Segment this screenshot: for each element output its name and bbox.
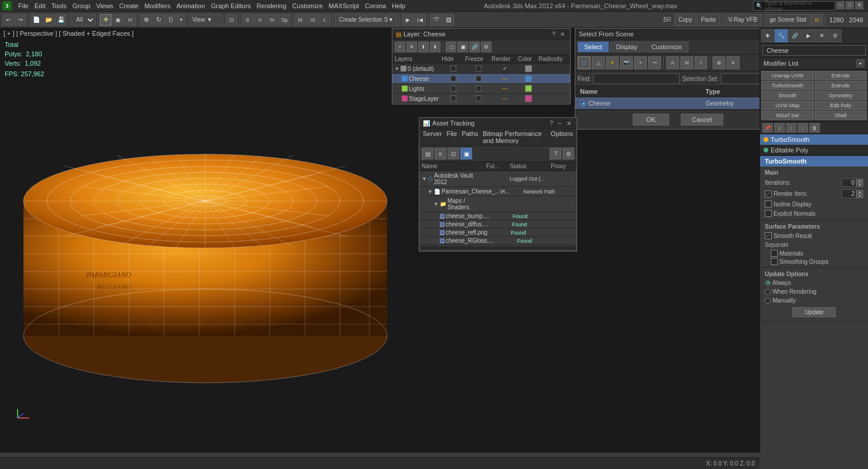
asset-menu-bitmap[interactable]: Bitmap Performance and Memory [483,130,546,144]
layer-manager-btn[interactable]: L [319,14,331,26]
menu-file[interactable]: File [15,2,32,10]
unwrap-uvw-btn[interactable]: Unwrap UVW [761,71,814,80]
nsurf-set-btn[interactable]: NSurf Set [761,111,814,120]
sel-icon-spacewarp[interactable]: 〜 [648,56,661,69]
menu-edit[interactable]: Edit [32,2,49,10]
layer-tool-6[interactable]: ◼ [457,42,468,52]
asset-row-refl[interactable]: 🖼 cheese_refl.png Found [419,229,577,237]
sel-icon-lights[interactable]: ☀ [606,56,619,69]
asset-row-vault[interactable]: ▼ ⬡ Autodesk Vault 2012 Logged Out (... [419,171,577,187]
menu-graph-editors[interactable]: Graph Editors [208,2,254,10]
shell-btn[interactable]: Shell [815,111,867,120]
asset-row-maps[interactable]: ▼ 📁 Maps / Shaders [419,196,577,212]
stack-nav-3[interactable]: ↕ [786,123,796,132]
align-btn[interactable]: Al [307,14,318,26]
ge-scene-btn[interactable]: ge Scene Stat [765,14,811,26]
asset-tb-3[interactable]: ⊡ [447,148,459,159]
render-setup-btn[interactable]: 🎬 [430,14,442,26]
asset-tb-4[interactable]: ▣ [460,148,472,159]
viewport[interactable]: [ + ] [ Perspective ] [ Shaded + Edged F… [0,28,760,453]
new-btn[interactable]: 📄 [30,14,42,26]
selection-set-input[interactable] [721,73,760,84]
menu-animation[interactable]: Animation [174,2,208,10]
materials-checkbox[interactable] [771,250,778,257]
object-name-field[interactable] [762,45,866,56]
angle-snap[interactable]: A [254,14,266,26]
sel-icon-shapes[interactable]: △ [592,56,605,69]
pivot-btn[interactable]: ⊡ [226,14,238,26]
stack-nav-5[interactable]: 🗑 [809,123,820,132]
stack-nav-1[interactable]: 📌 [762,123,773,132]
selection-filter[interactable]: All [71,14,96,26]
sel-icon-geometry[interactable]: ⬡ [578,56,591,69]
move-btn[interactable]: ⊕ [140,14,152,26]
asset-menu-options[interactable]: Options [551,130,573,144]
asset-help-btn[interactable]: ? [548,120,555,127]
minimize-btn[interactable]: ─ [836,1,845,9]
asset-tb-settings[interactable]: ⚙ [562,148,574,159]
sel-icon-sort[interactable]: ≡ [727,56,740,69]
sel-icon-filter[interactable]: ⊕ [713,56,725,69]
redo-btn[interactable]: ↪ [15,14,26,26]
asset-tb-help[interactable]: ? [550,148,561,159]
asset-tb-2[interactable]: ≡ [435,148,446,159]
layer-tool-4[interactable]: ⬇ [430,42,440,52]
tab-customize[interactable]: Customize [645,42,689,52]
layer-row[interactable]: StageLayer — [392,94,570,104]
asset-dialog-title[interactable]: 📊 Asset Tracking ? ─ ✕ [419,118,577,129]
extrude2-btn[interactable]: Extrude [815,81,867,90]
undo-btn[interactable]: ↩ [2,14,14,26]
ts-render-iters-up[interactable]: ▲ [856,190,863,194]
ref-coord-dropdown[interactable]: View ▼ [189,14,222,26]
select-dialog-title[interactable]: Select From Scene ✕ [575,29,760,40]
isoline-checkbox[interactable] [765,200,772,208]
menu-corona[interactable]: Corona [362,2,389,10]
percent-snap[interactable]: % [266,14,278,26]
asset-row-bump[interactable]: 🖼 cheese_bump.... Found [419,212,577,220]
select-region-btn[interactable]: ▣ [112,14,124,26]
sel-icon-helpers[interactable]: + [634,56,647,69]
symmetry-btn[interactable]: Symmetry [815,91,867,100]
rotate-btn[interactable]: ↻ [152,14,164,26]
layer-row[interactable]: Lights — [392,84,570,94]
sel-icon-all[interactable]: A [666,56,679,69]
utilities-panel-btn[interactable]: ⚙ [829,29,842,42]
modifier-item-turbosmooth[interactable]: TurboSmooth [760,134,868,145]
modifier-list-dropdown[interactable]: ▼ [856,59,864,67]
vray-vfb-btn[interactable]: V-Ray VFB [724,14,761,26]
smooth-result-checkbox[interactable]: ✓ [765,232,772,239]
menu-rendering[interactable]: Rendering [254,2,290,10]
uvw-map-btn[interactable]: UVW Map [761,101,814,110]
motion-panel-btn[interactable]: ▶ [802,29,815,42]
layer-close-btn[interactable]: ✕ [558,31,567,38]
extrude1-btn[interactable]: Extrude [815,71,867,80]
modify-panel-btn[interactable]: 🔧 [775,29,788,42]
hierarchy-panel-btn[interactable]: 🔗 [788,29,801,42]
tab-select[interactable]: Select [578,42,609,52]
sel-icon-cameras[interactable]: 📷 [620,56,633,69]
sel-icon-invert[interactable]: I [694,56,707,69]
stack-nav-4[interactable]: ↓ [798,123,808,132]
cancel-button[interactable]: Cancel [681,114,723,125]
snap-toggle[interactable]: S [242,14,253,26]
layer-tool-7[interactable]: 🔗 [469,42,480,52]
select-name-btn[interactable]: H [124,14,136,26]
scene-object-row[interactable]: Cheese Geometry [575,97,760,110]
asset-close-btn[interactable]: ✕ [565,120,573,127]
edit-poly-btn[interactable]: Edit Poly [815,101,867,110]
sel-icon-none[interactable]: N [680,56,693,69]
paste-btn[interactable]: Paste [697,14,720,26]
layer-tool-2[interactable]: ✕ [406,42,417,52]
save-btn[interactable]: 💾 [55,14,67,26]
step-back-btn[interactable]: |◀ [414,14,426,26]
ts-iterations-down[interactable]: ▼ [856,183,863,187]
layer-tool-3[interactable]: ⬆ [418,42,429,52]
copy-btn[interactable]: Copy [674,14,696,26]
explicit-normals-checkbox[interactable] [765,210,772,217]
find-input[interactable] [593,73,680,84]
maximize-btn[interactable]: □ [846,1,854,9]
menu-views[interactable]: Views [93,2,116,10]
asset-row-file[interactable]: ▼ 📄 Parmesan_Cheese_... \R... Network Pa… [419,187,577,196]
ts-iterations-input[interactable] [842,178,856,187]
layer-row[interactable]: ▼ 0 (default) ✓ [392,64,570,74]
